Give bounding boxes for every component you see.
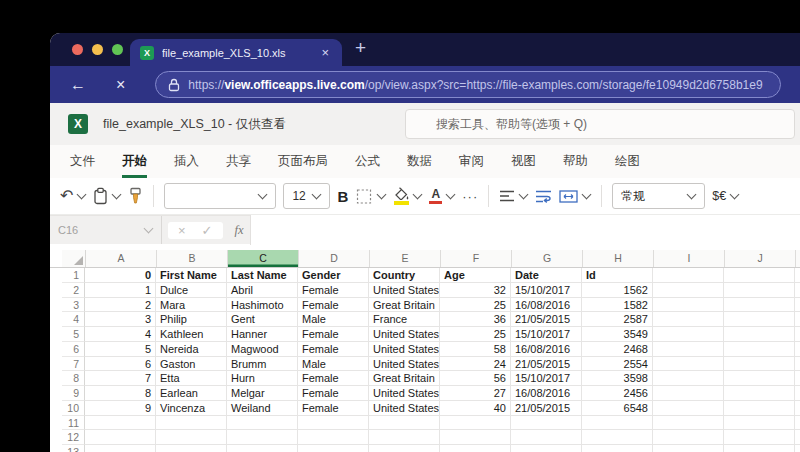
cell-K2[interactable] [795, 283, 800, 298]
number-format-select[interactable]: 常规 [612, 183, 705, 209]
menu-tab-视图[interactable]: 视图 [511, 145, 536, 178]
cell-A5[interactable]: 4 [85, 327, 156, 342]
cell-F8[interactable]: 56 [440, 371, 511, 386]
cell-F6[interactable]: 58 [440, 342, 511, 357]
column-header-B[interactable]: B [157, 250, 228, 267]
cell-D6[interactable]: Female [298, 342, 369, 357]
cell-E2[interactable]: United States [369, 283, 440, 298]
wrap-text-button[interactable] [535, 190, 552, 203]
cell-B4[interactable]: Philip [156, 312, 227, 327]
cell-C6[interactable]: Magwood [227, 342, 298, 357]
cell-K8[interactable] [795, 371, 800, 386]
menu-tab-页面布局[interactable]: 页面布局 [278, 145, 328, 178]
menu-tab-绘图[interactable]: 绘图 [615, 145, 640, 178]
cell-I2[interactable] [653, 283, 724, 298]
cell-I3[interactable] [653, 298, 724, 313]
row-header-7[interactable]: 7 [62, 357, 85, 372]
row-header-11[interactable]: 11 [62, 416, 85, 431]
cell-B11[interactable] [156, 416, 227, 431]
cell-I12[interactable] [653, 430, 724, 445]
cell-K7[interactable] [795, 357, 800, 372]
row-header-1[interactable]: 1 [62, 268, 85, 283]
cell-K12[interactable] [795, 430, 800, 445]
cell-H4[interactable]: 2587 [582, 312, 653, 327]
column-header-G[interactable]: G [512, 250, 583, 267]
menu-tab-文件[interactable]: 文件 [70, 145, 95, 178]
cell-G5[interactable]: 15/10/2017 [511, 327, 582, 342]
cell-F10[interactable]: 40 [440, 401, 511, 416]
cell-J12[interactable] [724, 430, 795, 445]
cell-E9[interactable]: United States [369, 386, 440, 401]
cell-I11[interactable] [653, 416, 724, 431]
cell-C3[interactable]: Hashimoto [227, 298, 298, 313]
address-bar[interactable]: https://view.officeapps.live.com/op/view… [155, 71, 781, 98]
row-header-9[interactable]: 9 [62, 386, 85, 401]
cell-H8[interactable]: 3598 [582, 371, 653, 386]
cell-G6[interactable]: 16/08/2016 [511, 342, 582, 357]
cell-E7[interactable]: United States [369, 357, 440, 372]
row-header-6[interactable]: 6 [62, 342, 85, 357]
cell-F1[interactable]: Age [440, 268, 511, 283]
cell-K10[interactable] [795, 401, 800, 416]
cell-I5[interactable] [653, 327, 724, 342]
cell-K6[interactable] [795, 342, 800, 357]
cell-A11[interactable] [85, 416, 156, 431]
cell-C11[interactable] [227, 416, 298, 431]
cell-K4[interactable] [795, 312, 800, 327]
cell-B5[interactable]: Kathleen [156, 327, 227, 342]
cell-I9[interactable] [653, 386, 724, 401]
tab-close-icon[interactable]: × [318, 44, 332, 61]
cell-E12[interactable] [369, 430, 440, 445]
cell-A10[interactable]: 9 [85, 401, 156, 416]
cell-A8[interactable]: 7 [85, 371, 156, 386]
select-all-corner[interactable] [62, 250, 86, 267]
cell-H13[interactable] [582, 445, 653, 452]
chevron-down-icon[interactable] [519, 190, 529, 200]
cell-I13[interactable] [653, 445, 724, 452]
cell-A7[interactable]: 6 [85, 357, 156, 372]
cell-B2[interactable]: Dulce [156, 283, 227, 298]
cell-E11[interactable] [369, 416, 440, 431]
column-header-C[interactable]: C [228, 250, 299, 267]
cell-J10[interactable] [724, 401, 795, 416]
cell-G9[interactable]: 16/08/2016 [511, 386, 582, 401]
chevron-down-icon[interactable] [377, 190, 387, 200]
cell-I4[interactable] [653, 312, 724, 327]
chevron-down-icon[interactable] [730, 190, 740, 200]
cell-H6[interactable]: 2468 [582, 342, 653, 357]
cell-B13[interactable] [156, 445, 227, 452]
cell-E13[interactable] [369, 445, 440, 452]
row-header-13[interactable]: 13 [62, 445, 85, 452]
cell-B1[interactable]: First Name [156, 268, 227, 283]
menu-tab-公式[interactable]: 公式 [355, 145, 380, 178]
column-header-H[interactable]: H [583, 250, 654, 267]
alignment-button[interactable] [499, 190, 528, 202]
cell-D5[interactable]: Female [298, 327, 369, 342]
cell-J4[interactable] [724, 312, 795, 327]
bold-button[interactable]: B [337, 188, 348, 205]
row-header-5[interactable]: 5 [62, 327, 85, 342]
cell-C4[interactable]: Gent [227, 312, 298, 327]
font-name-select[interactable] [164, 183, 276, 209]
cell-C13[interactable] [227, 445, 298, 452]
cell-F2[interactable]: 32 [440, 283, 511, 298]
stop-button[interactable]: × [112, 77, 129, 93]
cell-H1[interactable]: Id [582, 268, 653, 283]
cell-D11[interactable] [298, 416, 369, 431]
cell-B10[interactable]: Vincenza [156, 401, 227, 416]
cell-E6[interactable]: United States [369, 342, 440, 357]
cell-E4[interactable]: France [369, 312, 440, 327]
row-header-8[interactable]: 8 [62, 371, 85, 386]
menu-tab-开始[interactable]: 开始 [122, 145, 147, 178]
cell-D4[interactable]: Male [298, 312, 369, 327]
cell-C5[interactable]: Hanner [227, 327, 298, 342]
cell-B7[interactable]: Gaston [156, 357, 227, 372]
cell-I10[interactable] [653, 401, 724, 416]
cell-A1[interactable]: 0 [85, 268, 156, 283]
more-font-options-button[interactable]: ··· [462, 189, 478, 204]
cell-G10[interactable]: 21/05/2015 [511, 401, 582, 416]
cell-J9[interactable] [724, 386, 795, 401]
cell-F7[interactable]: 24 [440, 357, 511, 372]
cell-B3[interactable]: Mara [156, 298, 227, 313]
cell-I8[interactable] [653, 371, 724, 386]
